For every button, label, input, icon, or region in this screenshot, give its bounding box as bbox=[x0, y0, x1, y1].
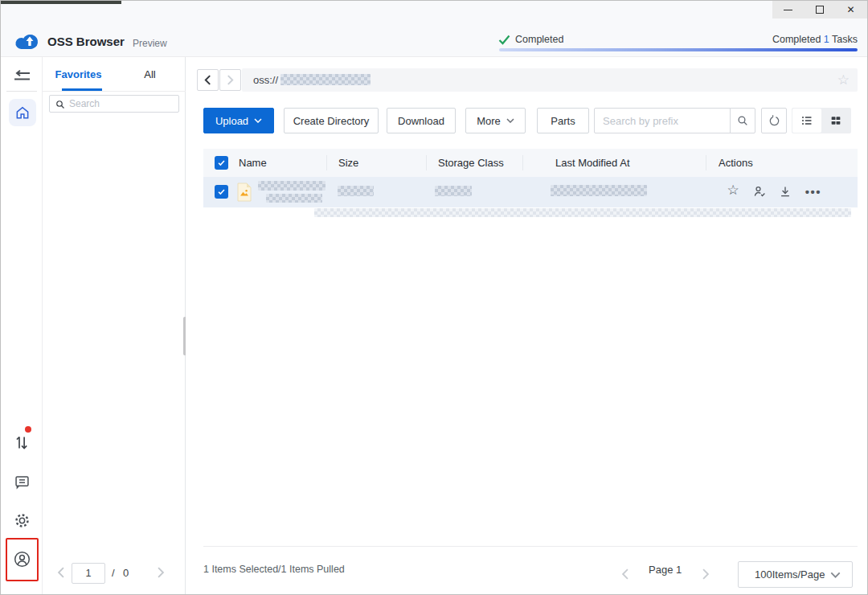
minimize-icon bbox=[784, 10, 792, 10]
selection-summary: 1 Items Selected/1 Items Pulled bbox=[203, 564, 345, 575]
app-logo-icon bbox=[14, 30, 39, 54]
sidebar-item-home[interactable] bbox=[9, 99, 36, 126]
download-label: Download bbox=[398, 115, 444, 127]
panel-next-page-icon[interactable] bbox=[157, 567, 165, 578]
grid-view-button[interactable] bbox=[821, 109, 850, 133]
grid-view-icon bbox=[829, 114, 842, 127]
completed-check-icon bbox=[498, 35, 510, 45]
next-page-icon[interactable] bbox=[702, 568, 710, 580]
buckets-panel: Favorites All / 0 bbox=[43, 57, 186, 595]
prev-page-icon[interactable] bbox=[621, 568, 629, 580]
breadcrumb-protocol: oss:// bbox=[253, 74, 278, 86]
upload-button[interactable]: Upload bbox=[203, 108, 274, 133]
app-header: OSS Browser Preview Completed Completed … bbox=[1, 1, 868, 57]
redacted-storage-class bbox=[435, 186, 472, 196]
sidebar-item-transfers[interactable] bbox=[14, 433, 31, 452]
sidebar-item-feedback[interactable] bbox=[14, 474, 31, 490]
maximize-icon bbox=[816, 6, 824, 14]
column-header-size[interactable]: Size bbox=[338, 157, 358, 169]
list-view-icon bbox=[800, 114, 813, 127]
table-header: Name Size Storage Class Last Modified At… bbox=[203, 149, 858, 177]
redacted-size bbox=[338, 186, 374, 196]
rail-divider bbox=[6, 91, 37, 92]
column-header-last-modified[interactable]: Last Modified At bbox=[555, 157, 630, 169]
refresh-icon bbox=[768, 114, 781, 128]
minimize-button[interactable] bbox=[772, 1, 804, 18]
create-directory-label: Create Directory bbox=[293, 115, 370, 127]
collapse-sidebar-icon[interactable] bbox=[13, 70, 31, 82]
check-icon bbox=[217, 158, 226, 167]
row-checkbox[interactable] bbox=[215, 185, 228, 199]
notification-dot bbox=[25, 426, 31, 433]
task-count: 1 bbox=[824, 34, 829, 45]
chevron-down-icon bbox=[506, 118, 514, 123]
list-view-button[interactable] bbox=[792, 109, 821, 133]
redacted-bucket-path bbox=[280, 74, 371, 85]
download-button[interactable]: Download bbox=[387, 108, 456, 133]
panel-pagination: / 0 bbox=[43, 562, 186, 595]
app-title: OSS Browser bbox=[47, 35, 125, 48]
panel-page-input[interactable] bbox=[72, 563, 105, 584]
items-per-page-dropdown[interactable]: 100Items/Page bbox=[738, 561, 853, 588]
close-icon: ✕ bbox=[846, 5, 854, 14]
download-action[interactable] bbox=[778, 184, 792, 199]
refresh-button[interactable] bbox=[761, 108, 787, 133]
back-icon bbox=[204, 75, 211, 85]
redacted-strip bbox=[314, 208, 851, 217]
more-actions[interactable]: ••• bbox=[803, 184, 824, 199]
task-summary-suffix: Tasks bbox=[829, 34, 858, 45]
home-icon bbox=[14, 105, 31, 121]
oss-browser-window: OSS Browser Preview Completed Completed … bbox=[0, 0, 868, 595]
window-controls: ✕ bbox=[772, 1, 867, 18]
column-header-name[interactable]: Name bbox=[239, 157, 267, 169]
sidebar-item-settings[interactable] bbox=[14, 512, 31, 529]
sidebar-item-profile[interactable] bbox=[13, 550, 31, 568]
tab-favorites[interactable]: Favorites bbox=[43, 57, 114, 92]
redacted-object-name-line1 bbox=[258, 181, 326, 191]
panel-tabs: Favorites All bbox=[43, 57, 186, 92]
select-all-checkbox[interactable] bbox=[215, 156, 228, 170]
column-header-actions[interactable]: Actions bbox=[719, 157, 753, 169]
table-row[interactable]: ☆ ••• bbox=[203, 177, 858, 207]
ellipsis-icon: ••• bbox=[805, 185, 821, 199]
bucket-search-box bbox=[49, 95, 179, 113]
favorite-action[interactable]: ☆ bbox=[726, 183, 740, 197]
tab-all[interactable]: All bbox=[114, 57, 186, 92]
more-label: More bbox=[477, 115, 501, 127]
parts-button[interactable]: Parts bbox=[537, 108, 589, 133]
panel-page-total: 0 bbox=[123, 567, 129, 579]
search-icon bbox=[736, 114, 749, 127]
panel-prev-page-icon[interactable] bbox=[57, 567, 65, 578]
favorite-star-icon[interactable]: ☆ bbox=[837, 72, 850, 88]
panel-page-separator: / bbox=[112, 567, 115, 579]
acl-action[interactable] bbox=[752, 184, 767, 199]
check-icon bbox=[217, 187, 226, 196]
prefix-search-box bbox=[594, 108, 731, 133]
create-directory-button[interactable]: Create Directory bbox=[284, 108, 379, 133]
maximize-button[interactable] bbox=[804, 1, 835, 18]
view-toggle bbox=[792, 108, 851, 133]
task-summary-prefix: Completed bbox=[772, 34, 824, 45]
more-button[interactable]: More bbox=[465, 108, 526, 133]
prefix-search-button[interactable] bbox=[730, 108, 755, 133]
redacted-last-modified bbox=[551, 185, 647, 196]
sidebar-rail bbox=[1, 57, 43, 595]
column-header-storage-class[interactable]: Storage Class bbox=[438, 157, 504, 169]
star-icon: ☆ bbox=[727, 182, 739, 199]
forward-button[interactable] bbox=[219, 69, 241, 91]
footer-divider bbox=[203, 546, 858, 547]
task-summary: Completed 1 Tasks bbox=[772, 34, 858, 45]
prefix-search-input[interactable] bbox=[603, 109, 725, 132]
main-content: oss:// ☆ Upload Create Directory Downloa… bbox=[186, 57, 868, 595]
back-button[interactable] bbox=[197, 69, 219, 91]
upload-label: Upload bbox=[215, 115, 248, 127]
breadcrumb: oss:// ☆ bbox=[242, 68, 858, 92]
task-progress-bar bbox=[499, 48, 858, 51]
download-icon bbox=[778, 184, 792, 199]
active-tab-underline bbox=[62, 88, 102, 91]
close-button[interactable]: ✕ bbox=[835, 1, 866, 18]
page-label: Page 1 bbox=[649, 564, 682, 576]
image-file-icon bbox=[236, 182, 252, 203]
bucket-search-input[interactable] bbox=[69, 96, 177, 112]
search-icon bbox=[55, 100, 65, 109]
